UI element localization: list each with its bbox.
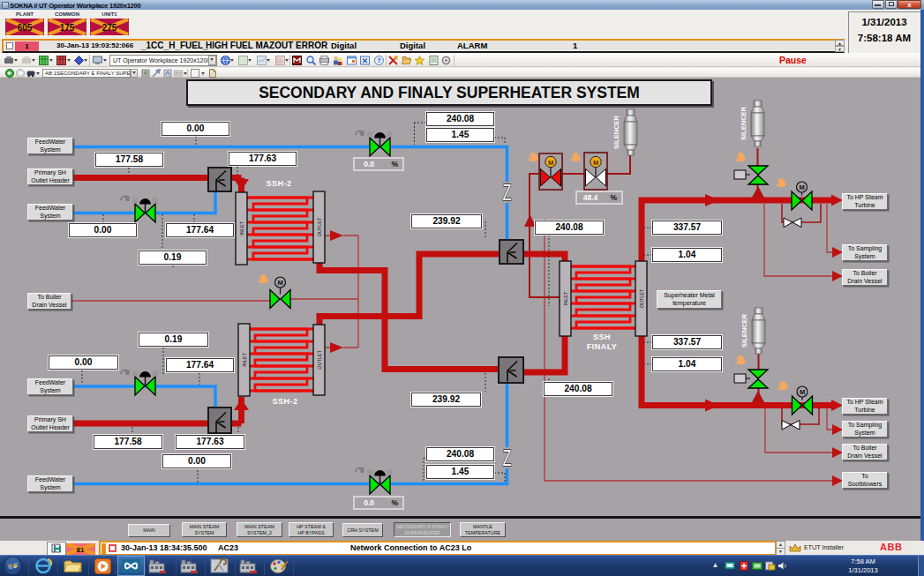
svg-text:INLET: INLET [242, 353, 247, 367]
svg-text:SILENCER: SILENCER [740, 106, 747, 140]
svg-text:SILENCER: SILENCER [612, 115, 620, 149]
svg-text:M: M [800, 388, 805, 396]
svg-text:M: M [799, 183, 804, 191]
svg-text:Z: Z [503, 179, 512, 206]
svg-text:M: M [593, 159, 598, 167]
svg-text:Z: Z [503, 445, 512, 471]
svg-text:INLET: INLET [563, 291, 568, 305]
svg-text:OUTLET: OUTLET [639, 288, 644, 308]
svg-text:OUTLET: OUTLET [317, 350, 322, 370]
svg-text:M: M [277, 279, 282, 287]
svg-text:INLET: INLET [239, 221, 244, 236]
svg-text:M: M [548, 159, 553, 167]
svg-text:OUTLET: OUTLET [317, 217, 322, 236]
svg-text:SILENCER: SILENCER [740, 313, 748, 348]
svg-text:81: 81 [77, 546, 85, 554]
